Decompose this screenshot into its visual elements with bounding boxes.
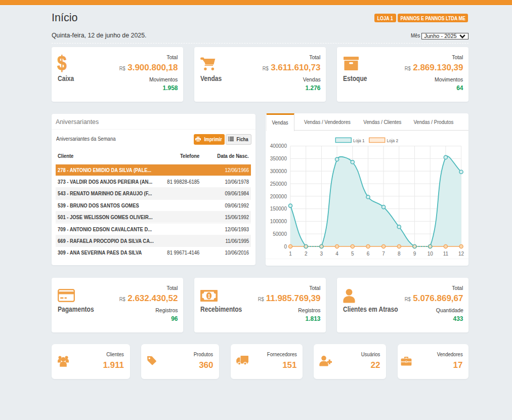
svg-text:1: 1 xyxy=(289,251,292,257)
svg-text:50000: 50000 xyxy=(273,231,287,237)
svg-text:1: 1 xyxy=(207,292,210,299)
svg-text:9: 9 xyxy=(413,251,416,257)
svg-text:4: 4 xyxy=(335,251,338,257)
svg-text:0: 0 xyxy=(284,244,287,249)
svg-text:300000: 300000 xyxy=(270,169,287,174)
svg-text:150000: 150000 xyxy=(270,206,287,212)
svg-text:Loja 1: Loja 1 xyxy=(353,138,365,143)
svg-text:250000: 250000 xyxy=(270,181,287,187)
svg-text:7: 7 xyxy=(382,251,385,257)
svg-text:100000: 100000 xyxy=(270,219,287,224)
svg-text:12: 12 xyxy=(458,251,464,257)
svg-text:2: 2 xyxy=(305,251,308,257)
svg-text:400000: 400000 xyxy=(270,143,287,149)
svg-text:350000: 350000 xyxy=(270,156,287,161)
svg-text:5: 5 xyxy=(351,251,354,257)
svg-text:8: 8 xyxy=(398,251,401,257)
svg-text:6: 6 xyxy=(367,251,370,257)
svg-text:3: 3 xyxy=(320,251,323,257)
svg-text:200000: 200000 xyxy=(270,194,287,199)
svg-text:11: 11 xyxy=(443,251,449,257)
svg-text:Loja 2: Loja 2 xyxy=(387,138,398,143)
svg-text:10: 10 xyxy=(428,251,434,257)
